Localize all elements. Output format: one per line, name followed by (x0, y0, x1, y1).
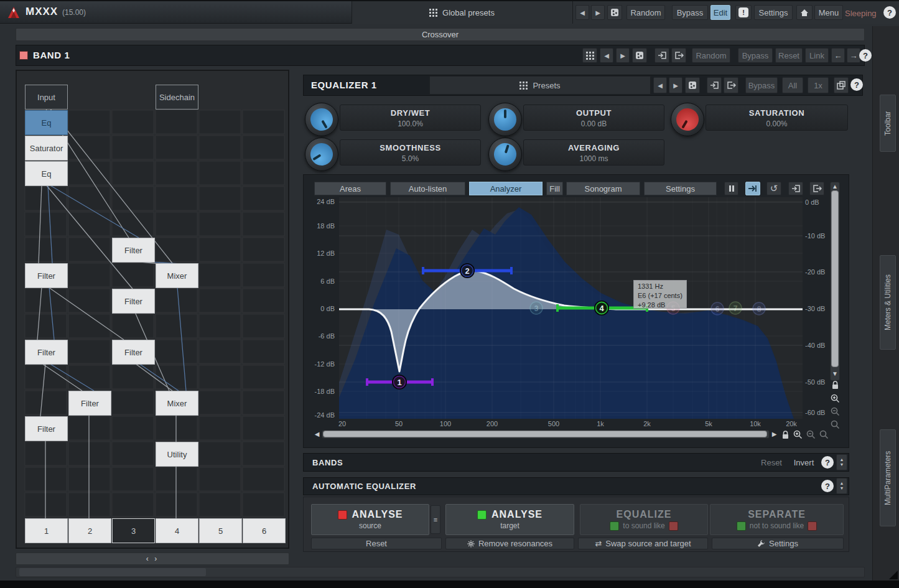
band-next-button[interactable]: ▶ (616, 48, 630, 63)
source-menu-button[interactable]: ≡ (431, 505, 440, 534)
output-3[interactable]: 3 (112, 518, 155, 543)
eq-detach-icon[interactable] (834, 77, 849, 93)
node-filter-6[interactable]: Filter (68, 391, 111, 416)
band-back-button[interactable]: ← (831, 48, 845, 63)
side-tab-toolbar[interactable]: Toolbar (880, 95, 896, 152)
output-4[interactable]: 4 (156, 518, 198, 543)
saturation-value-box[interactable]: SATURATION 0.00% (706, 105, 848, 131)
dice-random-icon[interactable] (607, 5, 622, 20)
output-5[interactable]: 5 (199, 518, 242, 543)
band-copy-icon[interactable] (671, 48, 686, 63)
band-help-button[interactable]: ? (859, 49, 872, 62)
analyzer-pause-button[interactable] (724, 182, 738, 195)
output-2[interactable]: 2 (68, 518, 111, 543)
separate-button[interactable]: SEPARATE not to sound like (710, 504, 844, 535)
analyse-source-button[interactable]: ANALYSE source (311, 504, 429, 535)
remove-resonances-button[interactable]: Remove resonances (445, 538, 574, 549)
tab-analyzer[interactable]: Analyzer (469, 182, 543, 195)
vertical-zoom-reset-icon[interactable] (830, 419, 841, 430)
analyzer-normalize-button[interactable] (745, 182, 760, 195)
plot-scroll-down-icon[interactable]: ▼ (830, 370, 840, 377)
auto-eq-settings-button[interactable]: Settings (712, 538, 844, 549)
horizontal-lock-icon[interactable] (781, 430, 790, 439)
node-utility[interactable]: Utility (156, 442, 198, 467)
band-prev-button[interactable]: ◀ (600, 48, 613, 63)
plot-scroll-left-icon[interactable]: ◀ (313, 429, 321, 439)
smoothness-knob[interactable] (305, 138, 338, 171)
output-value-box[interactable]: OUTPUT 0.00 dB (523, 105, 664, 131)
band1-color-swatch[interactable] (19, 51, 28, 60)
equalize-button[interactable]: EQUALIZE to sound like (580, 504, 708, 535)
averaging-knob[interactable] (488, 138, 522, 171)
bands-reset-button[interactable]: Reset (757, 455, 786, 469)
node-mixer-2[interactable]: Mixer (156, 391, 198, 416)
node-eq2[interactable]: Eq (25, 161, 68, 186)
bands-invert-button[interactable]: Invert (789, 455, 819, 469)
band-paste-icon[interactable] (654, 48, 669, 63)
eq-band-7[interactable]: 7 (729, 302, 742, 314)
horizontal-zoom-out-icon[interactable] (806, 429, 816, 440)
band-link-button[interactable]: Link (805, 48, 829, 63)
analyzer-paste-icon[interactable] (788, 182, 803, 195)
settings-button[interactable]: Settings (754, 5, 793, 20)
global-presets-button[interactable]: Global presets (352, 1, 572, 24)
node-mixer-1[interactable]: Mixer (156, 263, 198, 288)
band-bypass-button[interactable]: Bypass (738, 48, 773, 63)
randomize-button[interactable]: Random (627, 5, 665, 20)
swap-source-target-button[interactable]: ⇄ Swap source and target (578, 538, 708, 549)
band-dice-icon[interactable] (632, 48, 647, 63)
eq-band-6[interactable]: 6 (711, 302, 724, 315)
window-bottom-scroll-thumb[interactable] (19, 568, 206, 576)
node-filter-7[interactable]: Filter (25, 416, 68, 441)
node-filter-5[interactable]: Filter (112, 340, 155, 365)
graph-horizontal-scrollbar[interactable]: ‹ › (16, 553, 289, 565)
node-saturator[interactable]: Saturator (25, 136, 68, 161)
node-filter-2[interactable]: Filter (25, 263, 68, 288)
tab-fill[interactable]: Fill (546, 182, 563, 195)
node-filter-3[interactable]: Filter (112, 289, 155, 314)
plot-hscroll-thumb[interactable] (323, 431, 767, 437)
drywet-value-box[interactable]: DRY/WET 100.0% (340, 105, 481, 131)
eq-band-3[interactable]: 3 (530, 302, 543, 314)
eq-copy-icon[interactable] (724, 77, 738, 93)
node-sidechain[interactable]: Sidechain (156, 85, 198, 110)
eq-paste-icon[interactable] (707, 77, 722, 93)
analyzer-reset-button[interactable]: ↺ (766, 182, 781, 195)
plot-scroll-right-icon[interactable]: ▶ (770, 429, 778, 439)
vertical-zoom-in-icon[interactable] (830, 393, 841, 404)
auto-eq-help-button[interactable]: ? (821, 480, 834, 492)
auto-eq-collapse-spinner[interactable]: ▲▼ (836, 478, 847, 494)
analyzer-copy-icon[interactable] (809, 182, 824, 195)
averaging-value-box[interactable]: AVERAGING 1000 ms (523, 139, 664, 166)
crossover-bar[interactable]: Crossover (16, 28, 865, 41)
tab-auto-listen[interactable]: Auto-listen (390, 182, 465, 195)
vertical-lock-icon[interactable] (831, 380, 840, 390)
eq-dice-icon[interactable] (685, 77, 700, 93)
band-forward-button[interactable]: → (847, 48, 860, 63)
menu-button[interactable]: Menu (814, 5, 843, 20)
auto-eq-section-bar[interactable]: AUTOMATIC EQUALIZER (303, 477, 849, 495)
analyse-target-button[interactable]: ANALYSE target (445, 504, 574, 535)
smoothness-value-box[interactable]: SMOOTHNESS 5.0% (340, 139, 481, 166)
node-filter-4[interactable]: Filter (25, 340, 68, 365)
output-1[interactable]: 1 (25, 518, 68, 543)
bypass-button[interactable]: Bypass (672, 5, 708, 20)
eq-1x-button[interactable]: 1x (808, 77, 829, 93)
band-reset-button[interactable]: Reset (775, 48, 803, 63)
preset-next-button[interactable]: ▶ (591, 5, 605, 20)
saturation-knob[interactable] (671, 103, 704, 136)
bands-collapse-spinner[interactable]: ▲▼ (836, 454, 847, 470)
home-button[interactable] (796, 5, 813, 20)
output-6[interactable]: 6 (243, 518, 286, 543)
bands-help-button[interactable]: ? (821, 456, 834, 469)
band-random-button[interactable]: Random (692, 48, 730, 63)
window-resize-handle[interactable] (889, 571, 898, 579)
help-button[interactable]: ? (883, 6, 896, 19)
drywet-knob[interactable] (305, 103, 338, 136)
side-tab-meters-utilities[interactable]: Meters & Utilities (880, 255, 896, 350)
output-knob[interactable] (488, 103, 522, 136)
side-tab-multiparameters[interactable]: MultiParameters (880, 429, 896, 526)
node-input[interactable]: Input (25, 85, 68, 110)
tab-sonogram[interactable]: Sonogram (566, 182, 640, 195)
edit-button[interactable]: Edit (710, 5, 730, 20)
